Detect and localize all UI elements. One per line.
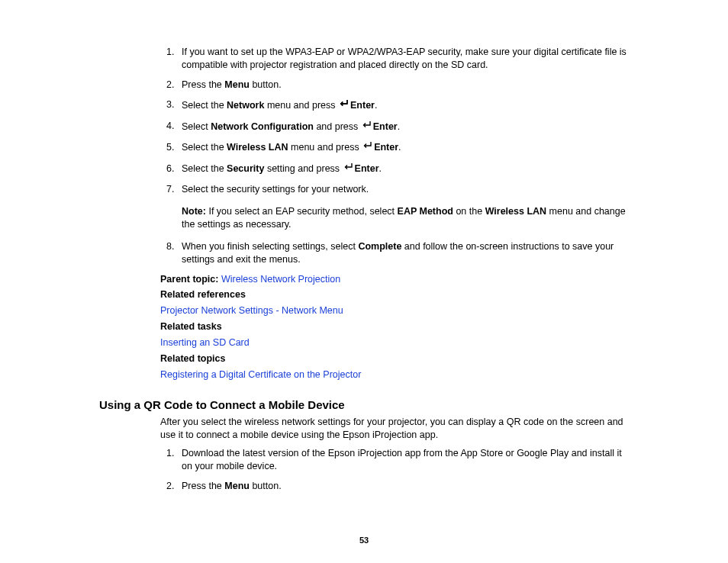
step-2: Press the Menu button. <box>177 79 629 92</box>
enter-icon <box>343 162 353 175</box>
enter-icon <box>362 140 372 153</box>
page-number: 53 <box>0 536 728 545</box>
note-label: Note: <box>182 206 206 217</box>
text: Select <box>182 121 211 131</box>
text: Select the <box>182 163 227 174</box>
parent-topic-row: Parent topic: Wireless Network Projectio… <box>160 273 629 286</box>
note-block: Note: If you select an EAP security meth… <box>182 205 629 231</box>
section-2-content: After you select the wireless network se… <box>160 416 629 493</box>
s2-step-2: Press the Menu button. <box>177 480 629 493</box>
ordered-steps-1: If you want to set up the WPA3-EAP or WP… <box>160 46 629 266</box>
text: Select the <box>182 142 227 153</box>
section-heading-qr: Using a QR Code to Connect a Mobile Devi… <box>99 398 629 411</box>
step-6: Select the Security setting and press En… <box>177 162 629 176</box>
bold-text: Security <box>227 163 264 174</box>
bold-text: Wireless LAN <box>485 206 546 217</box>
text: . <box>379 163 382 174</box>
step-5: Select the Wireless LAN menu and press E… <box>177 140 629 155</box>
related-references-link[interactable]: Projector Network Settings - Network Men… <box>160 305 343 316</box>
text: menu and press <box>264 99 338 110</box>
related-topics-link[interactable]: Registering a Digital Certificate on the… <box>160 369 361 380</box>
bold-text: Complete <box>358 241 401 252</box>
related-references-label: Related references <box>160 288 629 301</box>
text: menu and press <box>288 142 362 153</box>
text: When you finish selecting settings, sele… <box>182 241 358 252</box>
enter-icon <box>339 98 349 111</box>
bold-text: Menu <box>224 79 250 90</box>
text: . <box>398 142 401 153</box>
bold-text: Enter <box>373 121 398 131</box>
document-page: If you want to set up the WPA3-EAP or WP… <box>0 0 728 493</box>
bold-text: Network <box>227 99 264 110</box>
bold-text: EAP Method <box>398 206 453 217</box>
text: and press <box>314 121 361 131</box>
text: Press the <box>182 79 224 90</box>
s2-step-1: Download the latest version of the Epson… <box>177 447 629 473</box>
bold-text: Enter <box>374 142 398 153</box>
step-7: Select the security settings for your ne… <box>177 183 629 231</box>
text: on the <box>453 206 485 217</box>
step-text: If you want to set up the WPA3-EAP or WP… <box>182 47 627 70</box>
bold-text: Network Configuration <box>211 121 314 131</box>
bold-text: Enter <box>355 163 379 174</box>
parent-topic-label: Parent topic: <box>160 274 218 285</box>
text: button. <box>250 481 282 491</box>
section-2-intro: After you select the wireless network se… <box>160 416 629 442</box>
bold-text: Menu <box>224 481 250 491</box>
text: . <box>398 121 400 131</box>
related-topics-label: Related topics <box>160 352 629 365</box>
step-1: If you want to set up the WPA3-EAP or WP… <box>177 46 629 72</box>
bold-text: Enter <box>350 99 375 110</box>
bold-text: Wireless LAN <box>227 142 288 153</box>
step-3: Select the Network menu and press Enter. <box>177 98 629 113</box>
text: Select the <box>182 99 227 110</box>
text: . <box>375 99 377 110</box>
text: button. <box>250 79 282 90</box>
steps-block-1: If you want to set up the WPA3-EAP or WP… <box>160 46 629 381</box>
text: If you select an EAP security method, se… <box>206 206 398 217</box>
related-tasks-label: Related tasks <box>160 320 629 333</box>
related-tasks-link[interactable]: Inserting an SD Card <box>160 337 250 348</box>
text: setting and press <box>264 163 342 174</box>
text: Press the <box>182 481 224 491</box>
parent-topic-link[interactable]: Wireless Network Projection <box>221 274 340 285</box>
step-4: Select Network Configuration and press E… <box>177 120 629 134</box>
step-text: Download the latest version of the Epson… <box>182 448 622 471</box>
step-text: Select the security settings for your ne… <box>182 184 369 195</box>
ordered-steps-2: Download the latest version of the Epson… <box>160 447 629 493</box>
enter-icon <box>362 120 372 133</box>
step-8: When you finish selecting settings, sele… <box>177 240 629 266</box>
references-block: Parent topic: Wireless Network Projectio… <box>160 273 629 381</box>
